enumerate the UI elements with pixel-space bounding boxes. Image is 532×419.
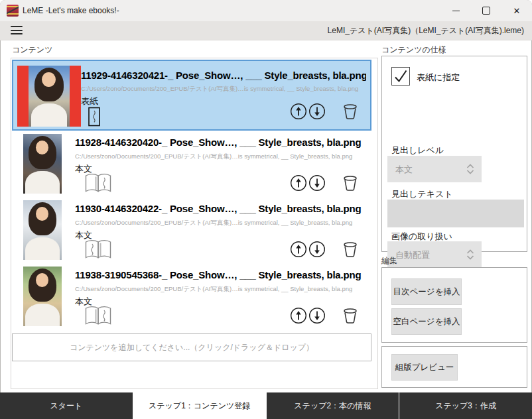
tab-start[interactable]: スタート: [0, 392, 133, 419]
minimize-icon: [452, 11, 460, 11]
tab-step1-content-register[interactable]: ステップ1：コンテンツ登録: [133, 392, 266, 419]
content-type-label: 表紙: [81, 95, 98, 107]
filename: 11930-4146320422-_ Pose_Show…, ___ Style…: [75, 203, 369, 214]
app-logo-icon: [7, 5, 19, 17]
menu-strip: LeMI_テスト(AI写真集)（LeMI_テスト(AI写真集).leme): [0, 21, 532, 40]
list-item[interactable]: 11928-4146320420-_ Pose_Show…, ___ Style…: [12, 133, 371, 199]
thumbnail-photo: [23, 200, 62, 260]
open-book-right-page-icon: [84, 305, 112, 329]
move-down-button[interactable]: [308, 103, 326, 120]
open-book-left-page-icon: [84, 239, 112, 263]
move-up-button[interactable]: [290, 103, 307, 120]
file-path: C:/Users/zono/Documents/200_EPUB/テスト(AI写…: [75, 152, 369, 161]
insert-toc-page-button[interactable]: 目次ページを挿入: [391, 278, 462, 305]
maximize-icon: [482, 7, 490, 15]
heading-level-label: 見出しレベル: [391, 145, 444, 156]
single-page-icon: [86, 107, 102, 129]
edit-groupbox: 目次ページを挿入 空白ページを挿入: [381, 267, 527, 343]
maximize-button[interactable]: [471, 0, 501, 21]
heading-level-value: 本文: [395, 164, 413, 176]
window-title: LeME -Let's make ebooks!-: [23, 0, 119, 21]
content-panel-title: コンテンツ: [12, 44, 52, 56]
insert-blank-page-button[interactable]: 空白ページを挿入: [391, 308, 462, 335]
image-handling-value: 自動配置: [395, 249, 430, 261]
close-icon: ✕: [513, 7, 521, 15]
cover-checkbox[interactable]: [391, 67, 410, 86]
delete-button[interactable]: [342, 241, 358, 258]
image-handling-select[interactable]: 自動配置: [387, 241, 482, 268]
thumbnail: [23, 267, 62, 326]
heading-text-label: 見出しテキスト: [391, 188, 453, 200]
move-up-button[interactable]: [290, 174, 307, 192]
chevron-up-down-icon: [464, 248, 476, 264]
spec-groupbox: 表紙に指定 見出しレベル 本文 見出しテキスト 画像の取り扱い 自動配置: [381, 56, 527, 252]
cover-checkbox-label: 表紙に指定: [417, 72, 460, 84]
thumbnail-photo: [29, 66, 70, 127]
add-content-dropzone[interactable]: コンテンツを追加してください...（クリック/ドラッグ＆ドロップ）: [12, 333, 371, 361]
thumbnail-photo: [23, 267, 62, 326]
close-button[interactable]: ✕: [501, 0, 532, 21]
edit-panel-title: 編集: [381, 255, 397, 267]
filename: 11928-4146320420-_ Pose_Show…, ___ Style…: [75, 137, 369, 148]
tab-step2-book-info[interactable]: ステップ2：本の情報: [267, 392, 399, 419]
move-down-button[interactable]: [308, 174, 326, 192]
filename: 11929-4146320421-_ Pose_Show…, ___ Style…: [81, 70, 366, 81]
move-up-button[interactable]: [290, 241, 307, 258]
file-path: C:/Users/zono/Documents/200_EPUB/テスト(AI写…: [75, 219, 369, 227]
list-item[interactable]: 11938-3190545368-_ Pose_Show…, ___ Style…: [12, 265, 371, 331]
delete-button[interactable]: [342, 307, 358, 324]
move-down-button[interactable]: [308, 307, 326, 324]
thumbnail-photo: [23, 134, 62, 194]
cover-thumbnail: [17, 66, 81, 127]
checkmark-icon: [392, 68, 409, 85]
thumbnail: [23, 200, 62, 260]
typeset-preview-button[interactable]: 組版プレビュー: [391, 354, 458, 381]
minimize-button[interactable]: [440, 0, 471, 21]
delete-button[interactable]: [342, 103, 358, 120]
file-path: C:/Users/zono/Documents/200_EPUB/テスト(AI写…: [75, 285, 369, 294]
step-tabbar: スタート ステップ1：コンテンツ登録 ステップ2：本の情報 ステップ3：作成: [0, 392, 532, 419]
list-item[interactable]: 11930-4146320422-_ Pose_Show…, ___ Style…: [12, 199, 371, 265]
preview-groupbox: 組版プレビュー: [381, 346, 527, 388]
heading-level-select[interactable]: 本文: [387, 156, 482, 182]
filename: 11938-3190545368-_ Pose_Show…, ___ Style…: [75, 269, 369, 280]
file-path: C:/Users/zono/Documents/200_EPUB/テスト(AI写…: [81, 85, 366, 93]
hamburger-menu-button[interactable]: [11, 26, 23, 35]
add-content-placeholder: コンテンツを追加してください...（クリック/ドラッグ＆ドロップ）: [70, 342, 314, 353]
spec-panel-title: コンテンツの仕様: [381, 44, 446, 56]
thumbnail: [23, 134, 62, 194]
tab-step3-create[interactable]: ステップ3：作成: [399, 392, 532, 419]
window-titlebar: LeME -Let's make ebooks!- ✕: [0, 0, 532, 21]
chevron-up-down-icon: [464, 162, 476, 178]
heading-text-input[interactable]: [387, 200, 524, 227]
project-title: LeMI_テスト(AI写真集)（LeMI_テスト(AI写真集).leme): [328, 21, 524, 40]
delete-button[interactable]: [342, 174, 358, 192]
open-book-right-page-icon: [84, 172, 112, 196]
list-item[interactable]: 11929-4146320421-_ Pose_Show…, ___ Style…: [12, 60, 371, 131]
move-up-button[interactable]: [290, 307, 307, 324]
app-window: LeME -Let's make ebooks!- ✕ LeMI_テスト(AI写…: [0, 0, 532, 419]
move-down-button[interactable]: [308, 241, 326, 258]
